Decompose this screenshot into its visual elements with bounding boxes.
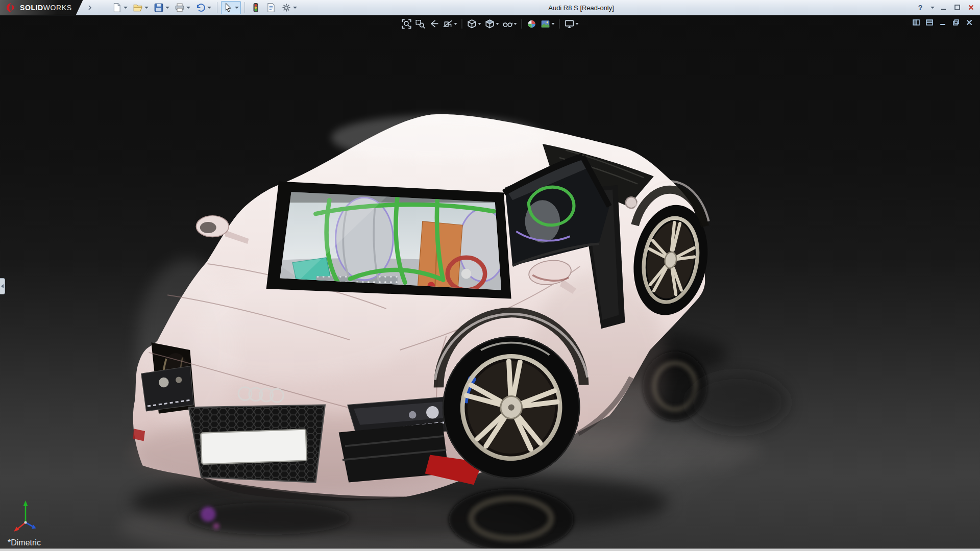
help-button[interactable]: ? <box>915 3 925 13</box>
close-document-button[interactable] <box>965 18 974 27</box>
gear-icon <box>281 3 291 13</box>
view-settings-button[interactable] <box>564 18 580 30</box>
previous-view-icon <box>429 19 439 29</box>
chevron-down-icon[interactable] <box>576 23 579 25</box>
undo-button[interactable] <box>193 1 213 14</box>
orientation-triad[interactable] <box>12 497 41 535</box>
close-icon <box>967 4 975 11</box>
shaded-cube-icon <box>485 19 495 29</box>
status-strip <box>0 548 980 551</box>
minimize-icon <box>940 4 947 11</box>
toolbar-separator <box>522 19 522 29</box>
minimize-document-button[interactable] <box>938 18 947 27</box>
minimize-icon <box>939 18 947 27</box>
chevron-down-icon[interactable] <box>514 23 517 25</box>
open-folder-icon <box>133 3 143 13</box>
zoom-to-area-button[interactable] <box>414 18 427 30</box>
save-floppy-icon <box>154 3 164 13</box>
zoom-to-area-icon <box>415 19 426 29</box>
window-title: Audi R8 S [Read-only] <box>548 4 614 11</box>
window-controls: ? <box>915 3 980 13</box>
monitor-icon <box>565 19 575 29</box>
chevron-down-icon[interactable] <box>207 7 211 9</box>
3d-model-canvas[interactable] <box>0 15 980 551</box>
toolbar-separator <box>244 2 245 13</box>
zoom-to-fit-icon <box>402 19 412 29</box>
display-style-button[interactable] <box>484 18 500 30</box>
maximize-window-button[interactable] <box>952 3 962 13</box>
print-icon <box>175 3 185 13</box>
brand-wordmark: SOLIDWORKS <box>20 4 72 12</box>
apply-scene-button[interactable] <box>540 18 556 30</box>
section-view-button[interactable] <box>442 18 458 30</box>
toolbar-separator <box>559 19 560 29</box>
close-icon <box>965 18 973 27</box>
chevron-down-icon[interactable] <box>124 7 128 9</box>
chevron-left-icon <box>1 284 4 288</box>
split-vertical-icon <box>912 18 920 27</box>
rebuild-stoplight-icon <box>251 3 261 13</box>
edit-appearance-button[interactable] <box>526 18 538 30</box>
print-button[interactable] <box>173 1 192 14</box>
help-question-icon: ? <box>918 4 923 12</box>
glasses-icon <box>503 19 513 29</box>
solidworks-window: SOLIDWORKS <box>0 0 980 551</box>
chevron-down-icon[interactable] <box>552 23 555 25</box>
menu-expand-chevron[interactable] <box>87 5 92 10</box>
x-axis[interactable] <box>17 522 26 529</box>
document-window-controls <box>912 18 974 27</box>
restore-icon <box>952 18 960 27</box>
chevron-down-icon[interactable] <box>930 7 935 9</box>
chevron-down-icon[interactable] <box>454 23 457 25</box>
select-cursor-icon <box>223 3 233 13</box>
windshield[interactable] <box>266 182 517 299</box>
split-horizontal-button[interactable] <box>925 18 934 27</box>
previous-view-button[interactable] <box>428 18 440 30</box>
select-tool-button[interactable] <box>221 1 241 14</box>
maximize-icon <box>953 4 961 11</box>
license-plate <box>201 429 307 464</box>
file-properties-icon <box>266 3 276 13</box>
file-properties-button[interactable] <box>264 1 278 14</box>
new-document-icon <box>112 3 122 13</box>
chevron-down-icon[interactable] <box>293 7 297 9</box>
car-model[interactable] <box>131 114 716 501</box>
restore-document-button[interactable] <box>951 18 961 27</box>
view-orientation-button[interactable] <box>466 18 482 30</box>
split-vertical-button[interactable] <box>912 18 921 27</box>
open-button[interactable] <box>131 1 151 14</box>
solidworks-logo: SOLIDWORKS <box>0 0 83 15</box>
chevron-down-icon[interactable] <box>186 7 190 9</box>
chevron-down-icon[interactable] <box>165 7 169 9</box>
chevron-down-icon[interactable] <box>496 23 499 25</box>
dassault-3ds-mark-icon <box>5 3 16 13</box>
title-bar: SOLIDWORKS <box>0 0 980 15</box>
view-cube-icon <box>467 19 477 29</box>
front-grille[interactable] <box>189 405 325 483</box>
toolbar-separator <box>217 2 217 13</box>
rebuild-button[interactable] <box>249 1 263 14</box>
view-orientation-label: *Dimetric <box>8 538 41 547</box>
scene-icon <box>541 19 551 29</box>
chevron-down-icon[interactable] <box>144 7 149 9</box>
appearance-ball-icon <box>527 19 537 29</box>
zoom-to-fit-button[interactable] <box>401 18 413 30</box>
chevron-down-icon[interactable] <box>235 7 239 9</box>
hide-show-items-button[interactable] <box>502 18 518 30</box>
heads-up-view-toolbar <box>401 18 580 30</box>
options-button[interactable] <box>279 1 299 14</box>
undo-arrow-icon <box>195 3 206 13</box>
feature-manager-collapsed-tab[interactable] <box>0 278 5 294</box>
graphics-viewport[interactable]: *Dimetric <box>0 15 980 551</box>
quick-access-toolbar <box>110 1 299 14</box>
minimize-window-button[interactable] <box>938 3 948 13</box>
close-window-button[interactable] <box>966 3 976 13</box>
chevron-down-icon[interactable] <box>478 23 481 25</box>
section-view-icon <box>443 19 453 29</box>
split-horizontal-icon <box>925 18 934 27</box>
left-headlight[interactable] <box>141 366 194 411</box>
toolbar-separator <box>462 19 462 29</box>
save-button[interactable] <box>152 1 172 14</box>
new-document-button[interactable] <box>110 1 130 14</box>
